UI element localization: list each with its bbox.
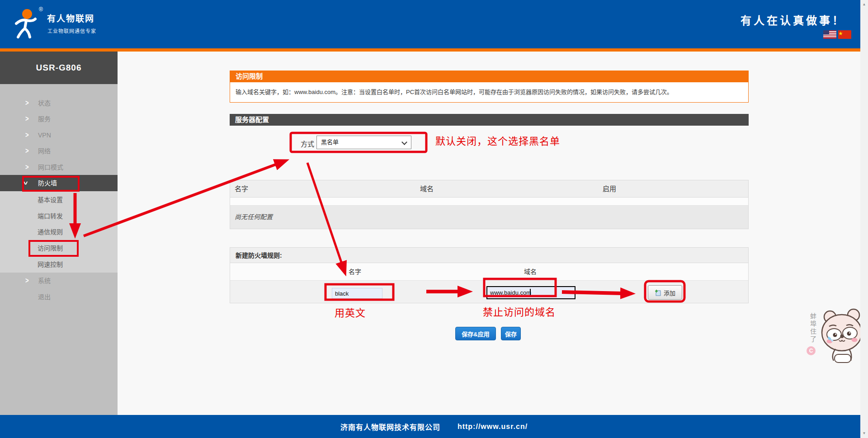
text-cursor bbox=[530, 289, 531, 297]
new-rule-labels: 名字 域名 bbox=[230, 263, 748, 281]
chevron-right-icon: > bbox=[25, 271, 29, 291]
sidebar-item-services[interactable]: > 服务 bbox=[0, 111, 118, 127]
chevron-right-icon: > bbox=[25, 157, 29, 178]
us-flag-icon[interactable] bbox=[823, 30, 836, 39]
brand-tagline: 工业物联网通信专家 bbox=[47, 27, 96, 34]
sidebar-item-access-restriction[interactable]: 访问限制 bbox=[0, 240, 118, 256]
empty-config-text: 尚无任何配置 bbox=[235, 206, 273, 229]
mode-select-value: 黑名单 bbox=[321, 139, 339, 146]
sidebar-item-speed-control[interactable]: 网速控制 bbox=[0, 256, 118, 273]
page-footer: 济南有人物联网技术有限公司 http://www.usr.cn/ bbox=[0, 415, 868, 438]
add-button-label: 添加 bbox=[664, 288, 675, 297]
new-rule-section: 新建防火墙规则: 名字 域名 添加 bbox=[230, 247, 749, 303]
chevron-down-icon: > bbox=[15, 181, 35, 185]
usr-logo-icon bbox=[10, 8, 41, 40]
column-header-domain: 域名 bbox=[400, 180, 454, 198]
new-rule-name-label: 名字 bbox=[328, 263, 382, 281]
sidebar-item-port-mode[interactable]: > 网口模式 bbox=[0, 159, 118, 175]
mode-select[interactable]: 黑名单 bbox=[316, 136, 411, 149]
scroll-down-arrow-icon[interactable]: ▼ bbox=[860, 430, 868, 437]
rule-name-input[interactable] bbox=[332, 288, 382, 299]
new-rule-title: 新建防火墙规则: bbox=[236, 248, 282, 263]
sidebar-item-port-forwarding[interactable]: 端口转发 bbox=[0, 208, 118, 224]
server-config-header: 服务器配置 bbox=[230, 114, 749, 126]
save-button[interactable]: 保存 bbox=[501, 327, 521, 340]
save-apply-button[interactable]: 保存&应用 bbox=[455, 327, 496, 340]
sidebar-item-basic-settings[interactable]: 基本设置 bbox=[0, 192, 118, 208]
new-rule-header: 新建防火墙规则: bbox=[230, 248, 748, 263]
sidebar-item-network[interactable]: > 网络 bbox=[0, 143, 118, 159]
mode-label: 方式 bbox=[301, 139, 314, 148]
table-row bbox=[230, 198, 748, 206]
sidebar-item-vpn[interactable]: > VPN bbox=[0, 127, 118, 143]
annotation-text-mode: 默认关闭，这个选择黑名单 bbox=[435, 133, 560, 147]
registered-mark-icon: ® bbox=[39, 6, 43, 13]
sticker-badge: C bbox=[807, 346, 816, 355]
rule-domain-input[interactable] bbox=[486, 286, 576, 299]
column-header-enable: 启用 bbox=[582, 180, 637, 198]
page: ® 有人物联网 工业物联网通信专家 有人在认真做事！ USR-G806 bbox=[0, 0, 868, 438]
sidebar-item-logout[interactable]: 退出 bbox=[0, 289, 118, 305]
footer-url[interactable]: http://www.usr.cn/ bbox=[458, 423, 528, 431]
footer-company: 济南有人物联网技术有限公司 bbox=[340, 421, 440, 432]
add-rule-button[interactable]: 添加 bbox=[648, 285, 682, 300]
device-name: USR-G806 bbox=[0, 52, 118, 84]
annotation-text-domain: 禁止访问的域名 bbox=[483, 304, 556, 318]
annotation-text-name: 用英文 bbox=[335, 305, 366, 319]
header-slogan: 有人在认真做事！ bbox=[741, 12, 845, 28]
column-header-name: 名字 bbox=[235, 180, 248, 198]
access-restriction-note: 输入域名关键字，如：www.baidu.com。注意：当设置白名单时，PC首次访… bbox=[230, 82, 749, 103]
firewall-submenu: 基本设置 端口转发 通信规则 访问限制 网速控制 bbox=[0, 191, 118, 273]
table-row-empty: 尚无任何配置 bbox=[230, 206, 748, 229]
sidebar: USR-G806 > 状态 > 服务 > VPN > 网络 > 网口模式 > 防… bbox=[0, 52, 118, 415]
rules-table: 名字 域名 启用 尚无任何配置 bbox=[230, 180, 749, 229]
sticker-caption: 蚌埠住了 bbox=[808, 313, 817, 344]
sidebar-item-firewall[interactable]: > 防火墙 bbox=[0, 175, 118, 191]
new-rule-input-row: 添加 bbox=[230, 281, 748, 303]
chevron-down-icon bbox=[401, 139, 407, 145]
sidebar-item-system[interactable]: > 系统 bbox=[0, 273, 118, 289]
top-header: ® 有人物联网 工业物联网通信专家 有人在认真做事！ bbox=[0, 0, 868, 48]
sticker-bear: 蚌埠住了 C bbox=[805, 307, 868, 364]
language-flags bbox=[823, 30, 851, 39]
rules-table-header: 名字 域名 启用 bbox=[230, 180, 748, 198]
sidebar-item-status[interactable]: > 状态 bbox=[0, 95, 118, 111]
header-accent-strip bbox=[0, 48, 868, 52]
page-title: 访问限制 bbox=[230, 71, 749, 82]
brand-title: 有人物联网 bbox=[47, 12, 94, 24]
sidebar-item-traffic-rules[interactable]: 通信规则 bbox=[0, 224, 118, 240]
new-rule-domain-label: 域名 bbox=[503, 263, 557, 281]
cn-flag-icon[interactable] bbox=[838, 30, 851, 39]
scroll-up-arrow-icon[interactable]: ▲ bbox=[860, 1, 868, 8]
vertical-scrollbar[interactable]: ▲ ▼ bbox=[860, 0, 868, 438]
add-page-icon bbox=[655, 289, 661, 296]
